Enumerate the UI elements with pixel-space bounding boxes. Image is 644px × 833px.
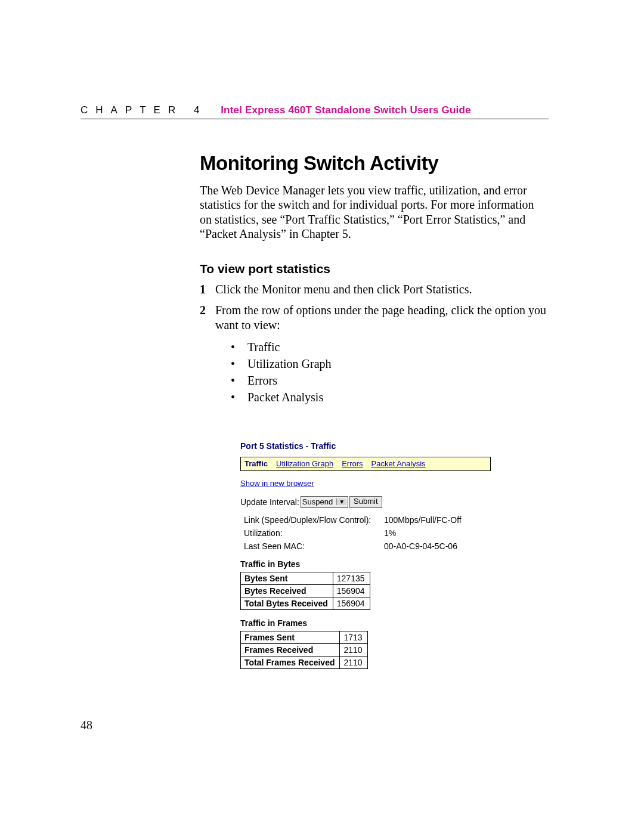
frames-received-value: 2110 bbox=[340, 643, 367, 656]
table-row: Bytes Sent127135 bbox=[241, 572, 370, 584]
step-text: Click the Monitor menu and then click Po… bbox=[215, 282, 549, 297]
section-title: Monitoring Switch Activity bbox=[200, 152, 549, 175]
total-frames-received-label: Total Frames Received bbox=[241, 656, 340, 668]
tab-traffic[interactable]: Traffic bbox=[244, 459, 268, 468]
summary-value: 1% bbox=[384, 528, 396, 538]
tab-packet-analysis[interactable]: Packet Analysis bbox=[371, 459, 426, 468]
option-utilization-graph: Utilization Graph bbox=[231, 355, 549, 372]
guide-title: Intel Express 460T Standalone Switch Use… bbox=[221, 104, 471, 116]
summary-row-link: Link (Speed/Duplex/Flow Control): 100Mbp… bbox=[244, 515, 491, 525]
summary-value: 100Mbps/Full/FC-Off bbox=[384, 515, 462, 525]
submit-button[interactable]: Submit bbox=[349, 496, 382, 508]
table-row: Total Bytes Received156904 bbox=[241, 597, 370, 609]
summary-label: Utilization: bbox=[244, 528, 384, 538]
options-list: Traffic Utilization Graph Errors Packet … bbox=[231, 339, 549, 405]
show-new-browser-link[interactable]: Show in new browser bbox=[240, 479, 314, 488]
update-interval-select[interactable]: Suspend ▼ bbox=[301, 496, 348, 508]
bytes-received-value: 156904 bbox=[333, 584, 370, 597]
figure-tabbar: Traffic Utilization Graph Errors Packet … bbox=[240, 457, 491, 471]
summary-row-mac: Last Seen MAC: 00-A0-C9-04-5C-06 bbox=[244, 541, 491, 551]
table-row: Frames Received2110 bbox=[241, 643, 368, 656]
update-interval-value: Suspend bbox=[302, 497, 333, 506]
update-interval-controls: Update Interval: Suspend ▼ Submit bbox=[240, 496, 491, 508]
total-bytes-received-value: 156904 bbox=[333, 597, 370, 609]
tab-errors[interactable]: Errors bbox=[342, 459, 363, 468]
option-errors: Errors bbox=[231, 372, 549, 389]
step-text: From the row of options under the page h… bbox=[215, 303, 549, 333]
step-2: 2 From the row of options under the page… bbox=[200, 303, 549, 333]
bytes-sent-value: 127135 bbox=[333, 572, 370, 584]
update-interval-label: Update Interval: bbox=[240, 497, 299, 507]
total-bytes-received-label: Total Bytes Received bbox=[241, 597, 333, 609]
summary-block: Link (Speed/Duplex/Flow Control): 100Mbp… bbox=[244, 515, 491, 551]
frames-sent-label: Frames Sent bbox=[241, 631, 340, 643]
page-header: CHAPTER 4 Intel Express 460T Standalone … bbox=[80, 104, 549, 119]
chapter-label: CHAPTER 4 bbox=[80, 104, 207, 116]
summary-label: Link (Speed/Duplex/Flow Control): bbox=[244, 515, 384, 525]
summary-value: 00-A0-C9-04-5C-06 bbox=[384, 541, 457, 551]
chevron-down-icon: ▼ bbox=[336, 498, 346, 505]
step-number: 1 bbox=[200, 282, 215, 297]
frames-subheading: Traffic in Frames bbox=[240, 618, 491, 628]
bytes-subheading: Traffic in Bytes bbox=[240, 559, 491, 569]
step-number: 2 bbox=[200, 303, 215, 333]
page-number: 48 bbox=[80, 719, 92, 732]
frames-received-label: Frames Received bbox=[241, 643, 340, 656]
summary-label: Last Seen MAC: bbox=[244, 541, 384, 551]
frames-table: Frames Sent1713 Frames Received2110 Tota… bbox=[240, 631, 368, 669]
table-row: Frames Sent1713 bbox=[241, 631, 368, 643]
tab-utilization-graph[interactable]: Utilization Graph bbox=[276, 459, 333, 468]
table-row: Total Frames Received2110 bbox=[241, 656, 368, 668]
table-row: Bytes Received156904 bbox=[241, 584, 370, 597]
total-frames-received-value: 2110 bbox=[340, 656, 367, 668]
summary-row-utilization: Utilization: 1% bbox=[244, 528, 491, 538]
port-statistics-figure: Port 5 Statistics - Traffic Traffic Util… bbox=[240, 441, 491, 669]
bytes-received-label: Bytes Received bbox=[241, 584, 333, 597]
subsection-title: To view port statistics bbox=[200, 262, 549, 276]
step-1: 1 Click the Monitor menu and then click … bbox=[200, 282, 549, 297]
section-intro: The Web Device Manager lets you view tra… bbox=[200, 183, 549, 241]
bytes-table: Bytes Sent127135 Bytes Received156904 To… bbox=[240, 572, 370, 610]
option-packet-analysis: Packet Analysis bbox=[231, 389, 549, 405]
frames-sent-value: 1713 bbox=[340, 631, 367, 643]
bytes-sent-label: Bytes Sent bbox=[241, 572, 333, 584]
option-traffic: Traffic bbox=[231, 339, 549, 355]
figure-title: Port 5 Statistics - Traffic bbox=[240, 441, 491, 451]
